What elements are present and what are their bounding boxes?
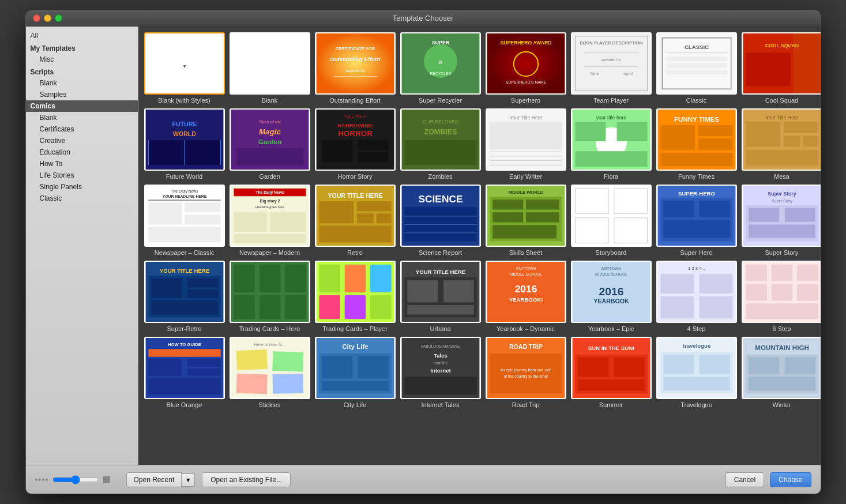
- close-button[interactable]: [33, 14, 40, 22]
- template-name-cool-squad: Cool Squad: [765, 97, 799, 104]
- template-road-trip[interactable]: ROAD TRIP An epic journey from one side …: [486, 337, 566, 408]
- svg-text:HOW TO GUIDE: HOW TO GUIDE: [168, 342, 201, 347]
- svg-rect-107: [319, 225, 391, 242]
- template-thumb-super-retro: YOUR TITLE HERE: [144, 261, 225, 323]
- template-name-newspaper-classic: Newspaper – Classic: [155, 249, 214, 256]
- template-blank-styles[interactable]: ▼ Blank (with Styles): [144, 32, 225, 104]
- template-name-skills-sheet: Skills Sheet: [509, 249, 542, 256]
- template-name-travelogue: Travelogue: [680, 401, 712, 408]
- template-outstanding-effort[interactable]: CERTIFICATE FOR Outstanding Effort! Awar…: [315, 32, 396, 104]
- svg-rect-82: [783, 136, 800, 146]
- template-6-step[interactable]: 6 Step: [742, 261, 821, 332]
- template-city-life[interactable]: City Life City Life: [315, 337, 396, 408]
- template-garden[interactable]: Tales of the Magic Garden Garden: [230, 108, 310, 180]
- svg-text:Your Title Here: Your Title Here: [765, 115, 798, 121]
- sidebar: All My Templates Misc Scripts Blank Samp…: [26, 27, 138, 465]
- template-blue-orange[interactable]: HOW TO GUIDE Blue Orange: [144, 337, 225, 408]
- template-trading-cards-player[interactable]: Trading Cards – Player: [315, 261, 396, 332]
- template-retro[interactable]: YOUR TITLE HERE Retro: [315, 185, 396, 256]
- svg-rect-237: [784, 358, 815, 374]
- svg-text:from the: from the: [433, 361, 448, 365]
- svg-rect-157: [370, 265, 392, 292]
- template-super-retro[interactable]: YOUR TITLE HERE Super-Retro: [144, 261, 225, 332]
- template-yearbook-epic[interactable]: ANYTOWN MIDDLE SCHOOL 2016 YEARBOOK Year…: [571, 261, 652, 332]
- svg-rect-186: [797, 265, 818, 281]
- template-thumb-trading-cards-player: [315, 261, 396, 323]
- sidebar-item-misc[interactable]: Misc: [26, 54, 138, 65]
- template-winter[interactable]: MOUNTAIN HIGH Winter: [742, 337, 821, 408]
- template-yearbook-dynamic[interactable]: ANYTOWN MIDDLE SCHOOL 2016 YEARBOOK! Yea…: [486, 261, 566, 332]
- choose-button[interactable]: Choose: [770, 472, 811, 487]
- template-cool-squad[interactable]: COOL SQUAD Cool Squad: [742, 32, 821, 104]
- sidebar-item-classic[interactable]: Classic: [26, 193, 138, 204]
- sidebar-item-life-stories[interactable]: Life Stories: [26, 170, 138, 181]
- template-classic[interactable]: CLASSIC Classic: [656, 32, 737, 104]
- template-name-city-life: City Life: [344, 401, 367, 408]
- sidebar-item-comics-blank[interactable]: Blank: [26, 112, 138, 123]
- template-newspaper-modern[interactable]: The Daily News Big story 2 Headline goes…: [230, 185, 310, 256]
- template-skills-sheet[interactable]: MIDDLE WORLD Skills Sheet: [486, 185, 566, 256]
- template-trading-cards-hero[interactable]: Trading Cards – Hero: [230, 261, 310, 332]
- template-blank[interactable]: Blank: [230, 32, 310, 104]
- sidebar-item-certificates[interactable]: Certificates: [26, 123, 138, 135]
- template-super-story[interactable]: Super Story Super Story Super Story: [742, 185, 821, 256]
- template-name-horror-story: Horror Story: [338, 173, 373, 180]
- svg-text:SCIENCE: SCIENCE: [418, 193, 463, 205]
- maximize-button[interactable]: [55, 14, 62, 22]
- template-team-player[interactable]: BORN PLAYER DESCRIPTION awarded to Date …: [571, 32, 652, 104]
- template-name-yearbook-dynamic: Yearbook – Dynamic: [497, 325, 555, 332]
- template-urbana[interactable]: YOUR TITLE HERE Urbana: [400, 261, 481, 332]
- zoom-slider[interactable]: [52, 475, 99, 484]
- svg-rect-152: [259, 295, 280, 319]
- cancel-button[interactable]: Cancel: [725, 472, 764, 487]
- template-zombies[interactable]: OUR BELOVED ZOMBIES Zombies: [400, 108, 481, 180]
- sidebar-item-all[interactable]: All: [26, 30, 138, 42]
- template-super-hero[interactable]: SUPER-HERO Super Hero: [656, 185, 737, 256]
- template-storyboard[interactable]: Storyboard: [571, 185, 652, 256]
- template-superhero[interactable]: SUPERHERO AWARD SUPERHERO'S NAME Superhe…: [486, 32, 566, 104]
- template-flora[interactable]: your title here Flora: [571, 108, 652, 180]
- svg-text:Headline goes here: Headline goes here: [255, 205, 284, 209]
- template-name-internet-tales: Internet Tales: [422, 401, 460, 408]
- template-travelogue[interactable]: travelogue Travelogue: [656, 337, 737, 408]
- svg-text:MIDDLE SCHOOL: MIDDLE SCHOOL: [510, 272, 542, 276]
- svg-rect-31: [666, 70, 727, 75]
- svg-text:SUPERHERO AWARD: SUPERHERO AWARD: [500, 40, 551, 46]
- template-internet-tales[interactable]: FABULOUS AMAZING Tales from the Internet…: [400, 337, 481, 408]
- template-newspaper-classic[interactable]: The Daily News YOUR HEADLINE HERE Newspa…: [144, 185, 225, 256]
- svg-text:travelogue: travelogue: [682, 343, 710, 349]
- template-horror-story[interactable]: FULL PAGE! HARROWING HORROR Horror Story: [315, 108, 396, 180]
- template-name-zombies: Zombies: [428, 173, 452, 180]
- sidebar-item-single-panels[interactable]: Single Panels: [26, 181, 138, 193]
- template-early-writer[interactable]: Your Title Here Early Writer: [486, 108, 566, 180]
- svg-rect-158: [319, 295, 340, 319]
- sidebar-item-education[interactable]: Education: [26, 146, 138, 158]
- template-name-flora: Flora: [604, 173, 618, 180]
- template-future-world[interactable]: FUTURE WORLD Future World: [144, 108, 225, 180]
- svg-rect-106: [376, 213, 391, 223]
- sidebar-item-creative[interactable]: Creative: [26, 135, 138, 146]
- open-recent-dropdown-button[interactable]: ▼: [182, 473, 195, 487]
- template-thumb-skills-sheet: MIDDLE WORLD: [486, 185, 566, 247]
- template-stickies[interactable]: Here is how to... Stickies: [230, 337, 310, 408]
- template-summer[interactable]: SUN IN THE SUN! Summer: [571, 337, 652, 408]
- svg-text:FABULOUS AMAZING: FABULOUS AMAZING: [420, 344, 460, 348]
- minimize-button[interactable]: [44, 14, 51, 22]
- sidebar-item-blank-scripts[interactable]: Blank: [26, 77, 138, 89]
- template-thumb-zombies: OUR BELOVED ZOMBIES: [400, 108, 481, 171]
- open-existing-button[interactable]: Open an Existing File...: [202, 472, 291, 487]
- svg-rect-110: [404, 207, 476, 242]
- template-4-step[interactable]: 1 2 3 4... 4 Step: [656, 261, 737, 332]
- template-funny-times[interactable]: FUNNY TIMES Funny Times: [656, 108, 737, 180]
- template-thumb-blank-styles: ▼: [144, 32, 225, 95]
- open-recent-button[interactable]: Open Recent: [126, 472, 182, 487]
- svg-rect-230: [663, 355, 694, 374]
- svg-text:SUPER-HERO: SUPER-HERO: [678, 190, 715, 197]
- sidebar-item-how-to[interactable]: How To: [26, 158, 138, 170]
- template-mesa[interactable]: Your Title Here Mesa: [742, 108, 821, 180]
- template-science-report[interactable]: SCIENCE Science Report: [400, 185, 481, 256]
- template-super-recycler[interactable]: SUPER ♻ RECYCLER Super Recycler: [400, 32, 481, 104]
- svg-rect-84: [746, 150, 818, 166]
- sidebar-item-samples[interactable]: Samples: [26, 89, 138, 100]
- svg-text:SUN IN THE SUN!: SUN IN THE SUN!: [588, 345, 634, 351]
